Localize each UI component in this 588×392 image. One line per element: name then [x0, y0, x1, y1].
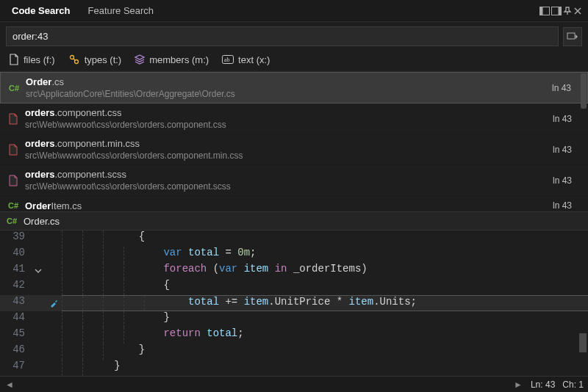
preview-filename: Order.cs: [24, 216, 60, 227]
svg-point-5: [70, 56, 74, 59]
filter-files[interactable]: files (f:): [9, 54, 55, 65]
line-number: 46: [0, 344, 31, 360]
code-line[interactable]: 47 }: [0, 360, 588, 376]
filter-label: types (t:): [85, 54, 122, 65]
fold-gutter[interactable]: [31, 263, 46, 279]
result-title: OrderItem.cs: [25, 200, 547, 211]
svg-point-6: [74, 60, 78, 64]
result-line-number: ln 43: [553, 200, 581, 211]
text-icon: ab: [222, 55, 234, 64]
fold-gutter: [31, 344, 46, 360]
scroll-right-icon[interactable]: ►: [513, 380, 523, 390]
results-list: C#Order.cssrc\ApplicationCore\Entities\O…: [0, 72, 588, 211]
code-text: return total;: [62, 327, 588, 344]
result-path: src\Web\wwwroot\css\orders\orders.compon…: [25, 150, 547, 161]
glyph-margin: [46, 263, 62, 279]
code-text: }: [62, 360, 588, 376]
line-number: 41: [0, 263, 31, 279]
code-preview[interactable]: 39 {40 var total = 0m;41 foreach (var it…: [0, 231, 588, 377]
svg-text:ab: ab: [224, 57, 230, 63]
result-row[interactable]: orders.component.scsssrc\Web\wwwroot\css…: [0, 165, 588, 196]
status-bar: ◄ ► Ln: 43 Ch: 1: [0, 376, 588, 392]
code-text: }: [62, 311, 588, 327]
filter-label: members (m:): [149, 54, 209, 65]
result-title: orders.component.css: [25, 107, 547, 118]
window-controls: [539, 7, 585, 15]
chevron-down-icon: [35, 267, 42, 275]
types-icon: [68, 54, 80, 65]
code-text: var total = 0m;: [62, 247, 588, 263]
result-line-number: ln 43: [552, 83, 580, 93]
scroll-left-icon[interactable]: ◄: [4, 380, 15, 390]
members-icon: [135, 54, 145, 65]
close-icon[interactable]: [573, 7, 582, 15]
code-text: total += item.UnitPrice * item.Units;: [62, 295, 588, 311]
code-line[interactable]: 46 }: [0, 344, 588, 360]
result-line-number: ln 43: [553, 175, 581, 186]
result-row[interactable]: C#OrderItem.csln 43: [0, 196, 588, 211]
search-row: [0, 22, 588, 51]
line-number: 39: [0, 231, 31, 247]
code-line[interactable]: 42 {: [0, 279, 588, 295]
fold-gutter: [31, 295, 46, 311]
screwdriver-icon: [49, 298, 59, 308]
glyph-margin: [46, 295, 62, 311]
line-number: 47: [0, 360, 31, 376]
result-title: orders.component.min.css: [25, 138, 547, 149]
fold-gutter: [31, 327, 46, 344]
fold-gutter: [31, 279, 46, 295]
code-line[interactable]: 41 foreach (var item in _orderItems): [0, 263, 588, 279]
css-file-icon: [7, 113, 19, 125]
dock-right-icon[interactable]: [551, 7, 562, 15]
results-scrollbar-thumb[interactable]: [581, 73, 587, 109]
tab-code-search[interactable]: Code Search: [3, 1, 79, 21]
code-text: {: [62, 279, 588, 295]
glyph-margin: [46, 327, 62, 344]
fold-gutter: [31, 231, 46, 247]
result-line-number: ln 43: [553, 114, 581, 124]
line-number: 45: [0, 327, 31, 344]
filter-members[interactable]: members (m:): [135, 54, 209, 65]
filter-text[interactable]: ab text (x:): [222, 54, 270, 65]
result-row[interactable]: orders.component.csssrc\Web\wwwroot\css\…: [0, 104, 588, 134]
css-file-icon: [7, 144, 19, 156]
result-row[interactable]: orders.component.min.csssrc\Web\wwwroot\…: [0, 134, 588, 165]
line-number: 43: [0, 295, 31, 311]
result-row[interactable]: C#Order.cssrc\ApplicationCore\Entities\O…: [0, 72, 588, 104]
status-line: Ln: 43: [531, 380, 555, 390]
filter-label: files (f:): [24, 54, 55, 65]
scss-file-icon: [7, 175, 19, 186]
glyph-margin: [46, 231, 62, 247]
code-line[interactable]: 45 return total;: [0, 327, 588, 344]
glyph-margin: [46, 344, 62, 360]
svg-rect-4: [567, 33, 575, 39]
tab-bar: Code Search Feature Search: [0, 0, 588, 22]
preview-header: C# Order.cs: [0, 211, 588, 231]
filter-row: files (f:) types (t:) members (m:) ab te…: [0, 51, 588, 72]
search-settings-dropdown[interactable]: [563, 27, 582, 46]
search-input[interactable]: [6, 26, 559, 46]
result-title: orders.component.scss: [25, 169, 547, 180]
pin-icon[interactable]: [563, 7, 572, 15]
dock-left-icon[interactable]: [539, 7, 550, 15]
line-number: 40: [0, 247, 31, 263]
code-line[interactable]: 44 }: [0, 311, 588, 327]
filter-types[interactable]: types (t:): [68, 54, 122, 65]
cs-file-icon: C#: [6, 215, 18, 227]
result-path: src\Web\wwwroot\css\orders\orders.compon…: [25, 120, 547, 130]
fold-gutter: [31, 311, 46, 327]
glyph-margin: [46, 360, 62, 376]
fold-gutter: [31, 247, 46, 263]
fold-gutter: [31, 360, 46, 376]
cs-file-icon: C#: [7, 200, 19, 211]
code-line[interactable]: 43 total += item.UnitPrice * item.Units;: [0, 295, 588, 311]
code-line[interactable]: 39 {: [0, 231, 588, 247]
code-line[interactable]: 40 var total = 0m;: [0, 247, 588, 263]
tab-feature-search[interactable]: Feature Search: [79, 1, 162, 21]
file-icon: [9, 54, 19, 65]
cs-file-icon: C#: [8, 82, 20, 94]
svg-rect-3: [559, 7, 562, 15]
code-text: foreach (var item in _orderItems): [62, 263, 588, 279]
glyph-margin: [46, 311, 62, 327]
status-col: Ch: 1: [562, 380, 584, 390]
